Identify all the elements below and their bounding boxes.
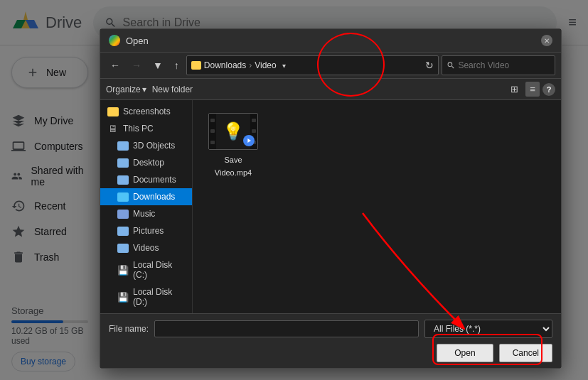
file-open-dialog: Open ✕ ← → ▼ ↑ Downloads › Video ▾ ↻: [100, 28, 562, 369]
sidebar-this-pc-label: This PC: [123, 124, 154, 134]
desktop-icon: [117, 158, 129, 168]
film-hole: [210, 129, 215, 133]
recent-button[interactable]: ▼: [149, 57, 167, 74]
help-button[interactable]: ?: [542, 83, 555, 96]
dialog-navigation-toolbar: ← → ▼ ↑ Downloads › Video ▾ ↻: [100, 53, 561, 79]
sidebar-videos[interactable]: Videos: [100, 239, 192, 256]
sidebar-local-c-label: Local Disk (C:): [133, 260, 185, 280]
dialog-favicon: [109, 35, 120, 46]
pictures-icon: [117, 227, 129, 236]
play-icon: [245, 137, 252, 144]
cancel-button[interactable]: Cancel: [499, 344, 552, 362]
dialog-body: Screenshots 🖥 This PC 3D Objects Desktop…: [100, 100, 561, 313]
local-d-icon: 💾: [117, 292, 129, 303]
sidebar-downloads[interactable]: Downloads: [100, 188, 192, 205]
open-button[interactable]: Open: [437, 344, 493, 362]
videos-folder-icon: [117, 244, 129, 253]
address-separator: ›: [249, 60, 252, 70]
organize-button[interactable]: Organize ▾: [106, 85, 146, 94]
sidebar-local-d[interactable]: 💾 Local Disk (D:): [100, 283, 192, 310]
search-box[interactable]: [442, 55, 555, 75]
film-hole: [252, 129, 256, 133]
dialog-title: Open: [126, 36, 535, 46]
file-name-label-text: File name:: [109, 324, 149, 334]
address-folder-icon: [191, 61, 201, 70]
music-icon: [117, 210, 129, 219]
sidebar-music[interactable]: Music: [100, 205, 192, 222]
sidebar-videos-label: Videos: [133, 243, 159, 253]
sidebar-local-d-label: Local Disk (D:): [133, 287, 185, 307]
new-folder-button[interactable]: New folder: [152, 85, 193, 94]
dialog-titlebar: Open ✕: [100, 29, 561, 53]
dialog-action-row: Open Cancel: [109, 344, 552, 362]
address-refresh-button[interactable]: ↻: [425, 60, 434, 71]
dialog-search-icon: [447, 60, 455, 70]
dialog-sidebar: Screenshots 🖥 This PC 3D Objects Desktop…: [100, 100, 193, 313]
file-item-save-video[interactable]: 💡 Save Video.mp4: [201, 109, 265, 183]
3d-objects-icon: [117, 141, 129, 151]
sidebar-desktop[interactable]: Desktop: [100, 154, 192, 171]
play-button-overlay: [243, 135, 255, 146]
address-bar[interactable]: Downloads › Video ▾ ↻: [186, 55, 439, 75]
documents-icon: [117, 175, 129, 185]
sidebar-documents-label: Documents: [133, 175, 176, 185]
drive-background: Drive ≡ New My Drive Computers: [0, 0, 588, 380]
sidebar-local-c[interactable]: 💾 Local Disk (C:): [100, 256, 192, 283]
address-path-video: Video: [255, 60, 276, 70]
sidebar-downloads-label: Downloads: [133, 192, 175, 202]
toolbar2-right: ⊞ ≡ ?: [506, 82, 555, 97]
sidebar-desktop-label: Desktop: [133, 158, 164, 168]
sidebar-this-pc[interactable]: 🖥 This PC: [100, 120, 192, 137]
film-strip-left: [209, 114, 216, 149]
view-grid-button[interactable]: ≡: [525, 82, 540, 97]
film-hole: [210, 119, 215, 122]
sidebar-3d-label: 3D Objects: [133, 141, 175, 151]
sidebar-screenshots-label: Screenshots: [123, 107, 171, 116]
address-dropdown-button[interactable]: ▾: [282, 62, 286, 70]
film-hole: [252, 119, 256, 122]
local-c-icon: 💾: [117, 265, 129, 276]
dialog-bottom-bar: File name: All Files (*.*) Video Files M…: [100, 313, 561, 368]
back-button[interactable]: ←: [106, 57, 124, 74]
view-list-button[interactable]: ⊞: [506, 82, 523, 97]
sidebar-music-label: Music: [133, 209, 155, 219]
screenshots-folder-icon: [107, 107, 119, 116]
sidebar-3d-objects[interactable]: 3D Objects: [100, 137, 192, 154]
dialog-close-button[interactable]: ✕: [541, 35, 552, 46]
file-name-input[interactable]: [154, 320, 419, 337]
film-hole: [210, 141, 215, 144]
sidebar-pictures[interactable]: Pictures: [100, 222, 192, 239]
up-button[interactable]: ↑: [170, 57, 183, 74]
dialog-content: 💡 Save Video.mp4: [193, 100, 561, 313]
sidebar-pictures-label: Pictures: [133, 226, 164, 236]
sidebar-screenshots[interactable]: Screenshots: [100, 103, 192, 120]
pc-icon: 🖥: [107, 124, 119, 134]
address-path-downloads: Downloads: [204, 60, 246, 70]
file-name-label: Save Video.mp4: [215, 156, 252, 177]
dialog-search-input[interactable]: [458, 60, 550, 70]
file-thumbnail: 💡: [208, 113, 258, 150]
downloads-icon: [117, 192, 129, 202]
organize-label: Organize: [106, 85, 141, 94]
forward-button[interactable]: →: [127, 57, 146, 74]
organize-toolbar: Organize ▾ New folder ⊞ ≡ ?: [100, 79, 561, 100]
file-type-select[interactable]: All Files (*.*) Video Files MP4 Files: [424, 320, 552, 338]
organize-arrow: ▾: [142, 85, 146, 94]
bulb-emoji: 💡: [223, 121, 244, 141]
sidebar-documents[interactable]: Documents: [100, 171, 192, 188]
file-name-row: File name: All Files (*.*) Video Files M…: [109, 320, 552, 338]
